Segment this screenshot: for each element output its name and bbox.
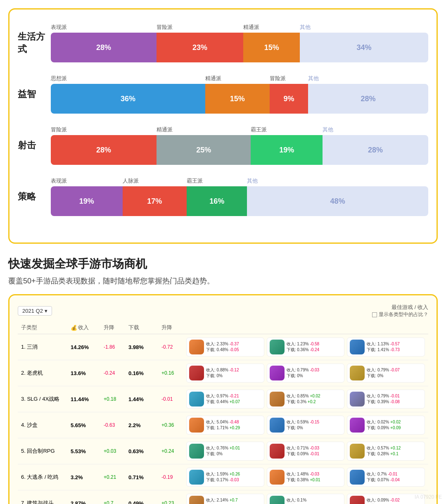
game-icon bbox=[350, 340, 365, 354]
row-download: 0.16% bbox=[125, 360, 158, 386]
row-name: 3. SLG / 4X战略 bbox=[18, 386, 67, 412]
table-row: 4. 沙盒5.65%-0.632.2%+0.36收入: 5.04% -0.48下… bbox=[18, 412, 428, 438]
bar-segment: 9% bbox=[270, 84, 308, 114]
watermark: IA 07920 FE bbox=[415, 494, 442, 500]
game-entry: 收入: 0.79% -0.01下载: 0.39% -0.08 bbox=[347, 390, 425, 409]
chart-row: 射击冒险派精通派霸王派其他28%25%19%28% bbox=[18, 126, 428, 165]
row-name: 7. 建筑与战斗 bbox=[18, 490, 67, 504]
bar-segment: 19% bbox=[51, 186, 123, 216]
game-entry: 收入: 0.79% -0.03下载: 0% bbox=[267, 364, 345, 383]
row-download: 0.49% bbox=[125, 490, 158, 504]
game-icon bbox=[350, 444, 365, 459]
row-revenue: 3.2% bbox=[67, 464, 100, 490]
th-best-games bbox=[183, 321, 428, 334]
best-game-header: 最佳游戏 / 收入 显示各类型中的占比？ bbox=[372, 304, 428, 318]
game-stats: 收入: 0.71% -0.03下载: 0.09% -0.01 bbox=[287, 445, 320, 457]
game-entry: 收入: 0.59% -0.15下载: 0% bbox=[267, 416, 345, 435]
game-icon bbox=[270, 444, 285, 459]
row-name: 4. 沙盒 bbox=[18, 412, 67, 438]
row-download: 0.71% bbox=[125, 464, 158, 490]
revenue-icon: 💰 收入 bbox=[71, 324, 89, 331]
row-revenue: 5.53% bbox=[67, 438, 100, 464]
row-dl-change: +0.23 bbox=[158, 490, 183, 504]
row-rev-change: -1.86 bbox=[100, 334, 125, 360]
game-entry: 收入: 0.76% +0.01下载: 0% bbox=[186, 442, 264, 461]
game-entry: 收入: 0.57% +0.12下载: 0.28% +0.1 bbox=[347, 442, 425, 461]
row-games: 收入: 1.59% +0.26下载: 0.17% -0.03收入: 1.48% … bbox=[183, 464, 428, 490]
table-card: 2021 Q2 ▾ 最佳游戏 / 收入 显示各类型中的占比？ 子类型 💰 收入 … bbox=[8, 294, 438, 504]
game-entry: 收入: 2.33% -0.37下载: 0.48% -0.05 bbox=[186, 338, 264, 357]
row-dl-change: -0.01 bbox=[158, 386, 183, 412]
game-entry: 收入: 0.85% +0.02下载: 0.3% +0.2 bbox=[267, 390, 345, 409]
row-revenue: 14.26% bbox=[67, 334, 100, 360]
game-icon bbox=[270, 366, 285, 380]
data-table: 子类型 💰 收入 升降 下载 升降 1. 三消14.26%-1.863.98%-… bbox=[18, 321, 428, 504]
game-entry: 收入: 0.88% -0.12下载: 0% bbox=[186, 364, 264, 383]
game-entry: 收入: 2.14% +0.7下载: 0.49% +0.23 bbox=[186, 494, 264, 504]
bar-segment: 17% bbox=[123, 186, 187, 216]
bar-segment: 34% bbox=[300, 33, 428, 62]
segment-label: 其他 bbox=[300, 24, 428, 31]
bar-segment: 48% bbox=[247, 186, 428, 216]
game-icon bbox=[189, 496, 204, 504]
game-icon bbox=[270, 418, 285, 433]
game-entry: 收入: 0.7% -0.01下载: 0.07% -0.04 bbox=[347, 468, 425, 487]
segment-label: 霸王派 bbox=[251, 126, 323, 133]
table-row: 6. 大逃杀 / 吃鸡3.2%+0.210.71%-0.19收入: 1.59% … bbox=[18, 464, 428, 490]
game-stats: 收入: 0.7% -0.01下载: 0.07% -0.04 bbox=[367, 471, 400, 483]
game-stats: 收入: 0.02% +0.02下载: 0.09% +0.09 bbox=[367, 419, 401, 431]
segment-label: 冒险派 bbox=[270, 75, 308, 82]
bar-segment: 15% bbox=[243, 33, 300, 62]
game-icon bbox=[350, 418, 365, 433]
bar-segment: 23% bbox=[157, 33, 243, 62]
game-icon bbox=[270, 496, 285, 504]
game-stats: 收入: 0.79% -0.01下载: 0.39% -0.08 bbox=[367, 393, 400, 405]
row-rev-change: +0.7 bbox=[100, 490, 125, 504]
row-games: 收入: 0.88% -0.12下载: 0%收入: 0.79% -0.03下载: … bbox=[183, 360, 428, 386]
bar-segment: 19% bbox=[251, 135, 323, 165]
game-stats: 收入: 0.88% -0.12下载: 0% bbox=[206, 367, 239, 379]
row-rev-change: -0.63 bbox=[100, 412, 125, 438]
row-name: 2. 老虎机 bbox=[18, 360, 67, 386]
top-chart-card: 生活方式表现派冒险派精通派其他28%23%15%34%益智思想派精通派冒险派其他… bbox=[8, 8, 438, 244]
game-entry: 收入: 5.04% -0.48下载: 1.71% +0.29 bbox=[186, 416, 264, 435]
segment-label: 其他 bbox=[323, 126, 428, 133]
chevron-down-icon: ▾ bbox=[45, 308, 47, 314]
game-stats: 收入: 0.57% +0.12下载: 0.28% +0.1 bbox=[367, 445, 401, 457]
segment-label: 人脉派 bbox=[123, 177, 187, 185]
game-icon bbox=[270, 340, 285, 354]
segment-label: 表现派 bbox=[51, 24, 157, 31]
game-stats: 收入: 0.76% +0.01下载: 0% bbox=[206, 445, 240, 457]
game-icon bbox=[350, 366, 365, 380]
row-games: 收入: 5.04% -0.48下载: 1.71% +0.29收入: 0.59% … bbox=[183, 412, 428, 438]
bar-segment: 25% bbox=[157, 135, 251, 165]
quarter-selector[interactable]: 2021 Q2 ▾ bbox=[18, 306, 52, 316]
th-rev-change: 升降 bbox=[100, 321, 125, 334]
row-rev-change: +0.03 bbox=[100, 438, 125, 464]
game-stats: 收入: 0.59% -0.15下载: 0% bbox=[287, 419, 320, 431]
table-row: 3. SLG / 4X战略11.44%+0.181.44%-0.01收入: 0.… bbox=[18, 386, 428, 412]
show-ratio-checkbox[interactable]: 显示各类型中的占比？ bbox=[372, 311, 428, 318]
game-entry: 收入: 1.13% -0.57下载: 1.41% -0.73 bbox=[347, 338, 425, 357]
game-icon bbox=[270, 470, 285, 485]
segment-label: 精通派 bbox=[157, 126, 251, 133]
th-download: 下载 bbox=[125, 321, 158, 334]
segment-label: 其他 bbox=[308, 75, 428, 82]
game-stats: 收入: 5.04% -0.48下载: 1.71% +0.29 bbox=[206, 419, 240, 431]
chart-row-label: 射击 bbox=[18, 139, 51, 152]
segment-label: 表现派 bbox=[51, 177, 123, 185]
bar-segment: 28% bbox=[51, 33, 157, 62]
game-entry: 收入: 0.79% -0.07下载: 0% bbox=[347, 364, 425, 383]
table-row: 7. 建筑与战斗2.87%+0.70.49%+0.23收入: 2.14% +0.… bbox=[18, 490, 428, 504]
checkbox-icon[interactable] bbox=[372, 312, 377, 317]
th-revenue: 💰 收入 bbox=[67, 321, 100, 334]
promo-subtitle: 覆盖50+手游品类表现数据，随时随地帮您掌握热门品类趋势。 bbox=[8, 276, 438, 286]
bar-segment: 36% bbox=[51, 84, 205, 114]
game-stats: 收入: 0.1%下载: 0% bbox=[287, 497, 306, 504]
game-stats: 收入: 1.48% -0.03下载: 0.38% +0.01 bbox=[287, 471, 320, 483]
game-stats: 收入: 0.97% -0.21下载: 0.44% +0.07 bbox=[206, 393, 240, 405]
segment-label: 霸王派 bbox=[187, 177, 247, 185]
promo-section: 快速发掘全球手游市场商机 覆盖50+手游品类表现数据，随时随地帮您掌握热门品类趋… bbox=[8, 256, 438, 286]
table-row: 5. 回合制RPG5.53%+0.030.63%+0.24收入: 0.76% +… bbox=[18, 438, 428, 464]
row-games: 收入: 0.97% -0.21下载: 0.44% +0.07收入: 0.85% … bbox=[183, 386, 428, 412]
